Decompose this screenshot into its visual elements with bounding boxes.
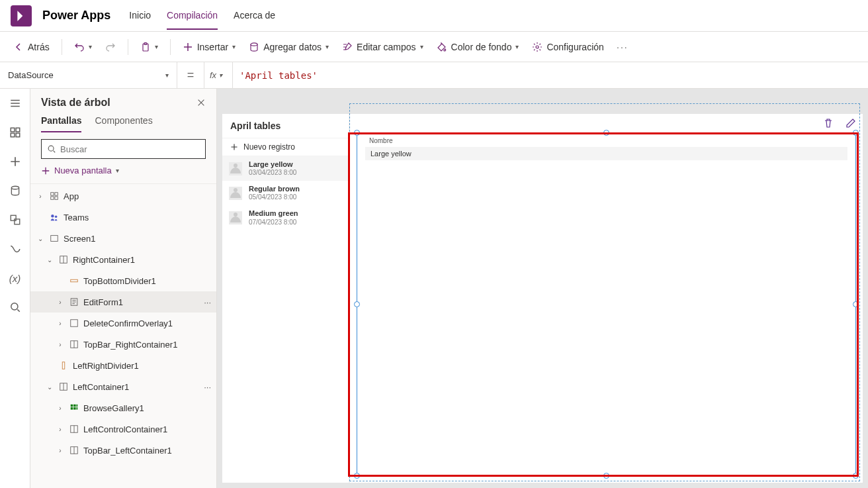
chevron-down-icon[interactable]: ▾ (89, 43, 92, 50)
search-icon (47, 144, 56, 154)
divider-icon (58, 360, 69, 371)
settings-button[interactable]: Configuración (528, 39, 607, 55)
more-icon[interactable]: ··· (204, 297, 211, 307)
add-data-button[interactable]: Agregar datos ▾ (245, 39, 333, 55)
list-item[interactable]: Large yellow 03/04/2023 8:00 (222, 156, 349, 181)
tree-item-deleteconfirm[interactable]: › DeleteConfirmOverlay1 (30, 313, 216, 334)
chevron-right-icon[interactable]: › (56, 341, 65, 348)
formula-input[interactable]: 'April tables' (233, 62, 868, 88)
tree-item-divider[interactable]: · TopBottomDivider1 (30, 270, 216, 291)
close-icon[interactable] (196, 98, 206, 107)
resize-handle[interactable] (603, 130, 609, 136)
svg-rect-10 (14, 219, 19, 224)
form-field-input[interactable]: Large yellow (365, 147, 847, 160)
resize-handle[interactable] (853, 130, 859, 136)
search-input[interactable] (60, 144, 200, 154)
property-selector[interactable]: DataSource ▾ (0, 62, 177, 89)
paste-button[interactable]: ▾ (136, 39, 162, 55)
tree-item-lrdivider[interactable]: · LeftRightDivider1 (30, 355, 216, 376)
tree-item-browsegallery[interactable]: › BrowseGallery1 (30, 397, 216, 418)
list-item[interactable]: Medium green 07/04/2023 8:00 (222, 205, 349, 230)
rail-insert-icon[interactable] (9, 126, 22, 139)
tree-item-topbar-right[interactable]: › TopBar_RightContainer1 (30, 334, 216, 355)
chevron-right-icon[interactable]: › (56, 447, 65, 454)
resize-handle[interactable] (853, 301, 859, 307)
chevron-down-icon[interactable]: ▾ (326, 43, 329, 50)
tree-item-topbar-left[interactable]: › TopBar_LeftContainer1 (30, 440, 216, 461)
undo-button[interactable]: ▾ (70, 39, 96, 55)
svg-rect-15 (51, 197, 54, 199)
chevron-right-icon[interactable]: › (56, 299, 65, 306)
chevron-right-icon[interactable]: › (56, 426, 65, 433)
chevron-down-icon[interactable]: ▾ (420, 43, 423, 50)
svg-rect-31 (73, 407, 76, 410)
new-screen-button[interactable]: Nueva pantalla ▾ (30, 159, 216, 182)
ribbon-separator (62, 39, 62, 55)
tree-item-leftcontrol[interactable]: › LeftControlContainer1 (30, 418, 216, 440)
fx-label: fx (210, 70, 216, 80)
resize-handle[interactable] (853, 473, 859, 479)
container-icon (69, 445, 79, 456)
tab-screens[interactable]: Pantallas (41, 115, 81, 132)
chevron-down-icon[interactable]: ⌄ (45, 383, 54, 391)
chevron-right-icon[interactable]: › (56, 320, 65, 327)
tree-item-rightcontainer[interactable]: ⌄ RightContainer1 (30, 249, 216, 270)
fx-button[interactable]: fx ▾ (204, 62, 233, 88)
tree-label: DeleteConfirmOverlay1 (83, 318, 173, 328)
rail-media-icon[interactable] (9, 213, 22, 226)
svg-point-17 (51, 215, 54, 217)
new-record-button[interactable]: Nuevo registro (222, 138, 349, 156)
svg-rect-16 (55, 197, 58, 199)
chevron-right-icon[interactable]: › (56, 405, 65, 412)
tree-item-leftcontainer[interactable]: ⌄ LeftContainer1 ··· (30, 376, 216, 397)
rail-search-icon[interactable] (9, 301, 22, 314)
chevron-right-icon[interactable]: › (36, 193, 45, 200)
canvas[interactable]: April tables Nuevo registro Large yellow… (217, 89, 868, 488)
tree-body: › App · Teams ⌄ Screen1 ⌄ RightContainer… (30, 185, 216, 488)
rail-plus-icon[interactable] (9, 155, 22, 168)
tree-item-screen1[interactable]: ⌄ Screen1 (30, 228, 216, 249)
add-data-label: Agregar datos (263, 42, 322, 52)
delete-icon[interactable] (823, 118, 834, 128)
back-button[interactable]: Atrás (9, 39, 54, 55)
redo-button[interactable] (101, 39, 120, 55)
chevron-down-icon[interactable]: ▾ (155, 43, 158, 50)
row-name: Large yellow (249, 160, 296, 169)
svg-rect-19 (51, 236, 58, 242)
edit-fields-button[interactable]: Editar campos ▾ (338, 39, 427, 55)
tree-item-teams[interactable]: · Teams (30, 207, 216, 228)
ribbon: Atrás ▾ ▾ Insertar ▾ Agregar datos ▾ (0, 32, 868, 62)
chevron-down-icon[interactable]: ⌄ (45, 256, 54, 264)
tree-item-editform[interactable]: › EditForm1 ··· (30, 291, 216, 313)
rail-variable-icon[interactable]: (x) (9, 271, 22, 285)
data-icon (249, 42, 259, 52)
nav-build[interactable]: Compilación (167, 2, 218, 30)
resize-handle[interactable] (354, 130, 360, 136)
selected-editform-control[interactable]: Nombre Large yellow (357, 132, 856, 476)
row-name: Regular brown (249, 185, 300, 193)
list-item[interactable]: Regular brown 05/04/2023 8:00 (222, 181, 349, 205)
resize-handle[interactable] (354, 301, 360, 307)
rail-tree-icon[interactable] (9, 97, 22, 110)
avatar (229, 187, 242, 200)
rail-data-icon[interactable] (9, 184, 22, 197)
more-icon[interactable]: ··· (204, 382, 211, 392)
bg-color-button[interactable]: Color de fondo ▾ (433, 39, 523, 55)
resize-handle[interactable] (603, 473, 609, 479)
tab-components[interactable]: Componentes (95, 115, 152, 132)
tree-label: Screen1 (64, 234, 95, 244)
tree-item-app[interactable]: › App (30, 185, 216, 207)
divider-icon (69, 275, 79, 286)
search-box[interactable] (41, 139, 206, 159)
nav-home[interactable]: Inicio (129, 2, 151, 30)
rail-flow-icon[interactable] (9, 242, 22, 256)
insert-button[interactable]: Insertar ▾ (179, 39, 239, 55)
resize-handle[interactable] (354, 473, 360, 479)
nav-about[interactable]: Acerca de (234, 2, 275, 30)
chevron-down-icon[interactable]: ▾ (515, 43, 519, 50)
chevron-down-icon[interactable]: ⌄ (36, 235, 45, 242)
edit-icon[interactable] (846, 118, 856, 128)
chevron-down-icon[interactable]: ▾ (232, 43, 236, 50)
more-button[interactable]: ··· (613, 39, 632, 55)
container-icon (69, 339, 79, 350)
